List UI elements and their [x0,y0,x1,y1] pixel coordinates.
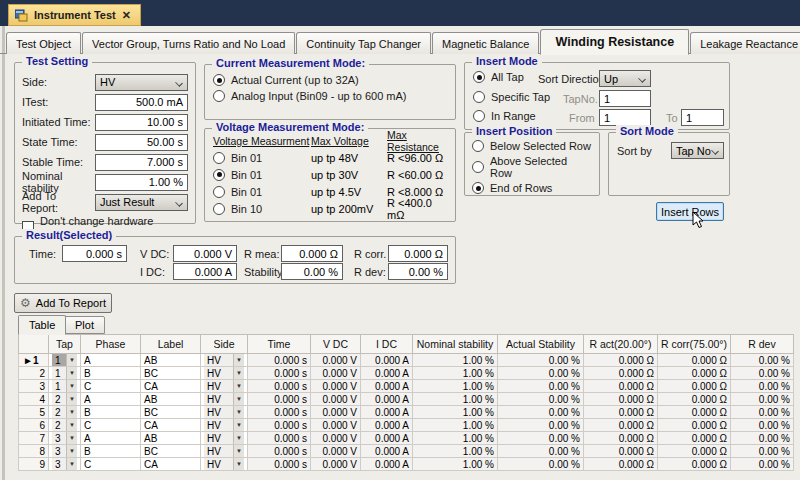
bin-radio[interactable] [213,152,225,164]
grid-cell-ract[interactable]: 0.000 Ω [584,458,658,471]
grid-cell-rdev[interactable]: 0.00 % [731,432,794,445]
grid-cell-phase[interactable]: C [81,458,141,471]
grid-cell-side[interactable]: HV▼ [201,380,248,393]
chevron-down-icon[interactable]: ▼ [66,432,77,444]
grid-cell-label[interactable]: AB [141,393,201,406]
from-field[interactable]: 1 [599,109,651,126]
grid-cell-vdc[interactable]: 0.000 V [311,367,361,380]
grid-cell-tap[interactable]: 2▼ [49,419,81,432]
grid-cell-vdc[interactable]: 0.000 V [311,445,361,458]
tap-value[interactable]: 3 [52,432,66,444]
grid-cell-side[interactable]: HV▼ [201,406,248,419]
grid-cell-actual[interactable]: 0.00 % [498,458,584,471]
grid-cell-actual[interactable]: 0.00 % [498,380,584,393]
grid-cell-label[interactable]: CA [141,380,201,393]
grid-cell-phase[interactable]: B [81,367,141,380]
close-icon[interactable]: ✕ [122,10,131,21]
grid-cell-rdev[interactable]: 0.00 % [731,458,794,471]
side-value[interactable]: HV [204,380,233,392]
grid-col-header[interactable]: I DC [361,335,413,354]
grid-cell-nominal[interactable]: 1.00 % [413,367,498,380]
grid-cell-rdev[interactable]: 0.00 % [731,445,794,458]
grid-cell-vdc[interactable]: 0.000 V [311,419,361,432]
bin-radio[interactable] [213,186,225,198]
side-value[interactable]: HV [204,367,233,379]
grid-cell-actual[interactable]: 0.00 % [498,419,584,432]
tap-value[interactable]: 2 [52,406,66,418]
tab-test-object[interactable]: Test Object [6,32,81,54]
chevron-down-icon[interactable]: ▼ [233,380,244,392]
chevron-down-icon[interactable]: ▼ [66,445,77,457]
side-value[interactable]: HV [204,419,233,431]
grid-cell-ract[interactable]: 0.000 Ω [584,432,658,445]
grid-cell-phase[interactable]: C [81,419,141,432]
grid-cell-nominal[interactable]: 1.00 % [413,406,498,419]
above-selected-radio[interactable] [472,161,484,173]
state-time-field[interactable]: 50.00 s [95,134,188,151]
side-value[interactable]: HV [204,354,233,366]
grid-cell-actual[interactable]: 0.00 % [498,367,584,380]
tab-winding-resistance[interactable]: Winding Resistance [540,29,689,55]
grid-cell-nominal[interactable]: 1.00 % [413,432,498,445]
grid-cell-tap[interactable]: 3▼ [49,432,81,445]
analog-input-radio[interactable] [213,90,225,102]
side-value[interactable]: HV [204,445,233,457]
add-to-report-button[interactable]: ⚙ Add To Report [14,293,112,313]
grid-col-header[interactable]: Nominal stability [413,335,498,354]
tab-plot[interactable]: Plot [64,316,105,334]
bin-radio[interactable] [213,169,225,181]
grid-cell-rdev[interactable]: 0.00 % [731,406,794,419]
chevron-down-icon[interactable]: ▼ [233,406,244,418]
grid-cell-label[interactable]: BC [141,367,201,380]
grid-col-header[interactable]: R corr(75.00°) [658,335,731,354]
grid-cell-tap[interactable]: 3▼ [49,445,81,458]
grid-cell-actual[interactable]: 0.00 % [498,393,584,406]
grid-cell-idc[interactable]: 0.000 A [361,445,413,458]
grid-col-header[interactable] [19,335,49,354]
grid-cell-side[interactable]: HV▼ [201,354,248,367]
grid-cell-nominal[interactable]: 1.00 % [413,419,498,432]
grid-cell-rcorr[interactable]: 0.000 Ω [658,367,731,380]
end-of-rows-radio[interactable] [472,182,484,194]
grid-cell-label[interactable]: CA [141,458,201,471]
grid-col-header[interactable]: Side [201,335,248,354]
chevron-down-icon[interactable]: ▼ [233,458,244,470]
grid-cell-rcorr[interactable]: 0.000 Ω [658,406,731,419]
grid-cell-vdc[interactable]: 0.000 V [311,406,361,419]
grid-cell-idc[interactable]: 0.000 A [361,380,413,393]
grid-cell-vdc[interactable]: 0.000 V [311,458,361,471]
grid-cell-rcorr[interactable]: 0.000 Ω [658,458,731,471]
grid-row-header[interactable]: 6 [19,419,49,432]
grid-cell-ract[interactable]: 0.000 Ω [584,380,658,393]
grid-cell-label[interactable]: AB [141,354,201,367]
grid-cell-time[interactable]: 0.000 s [248,380,311,393]
grid-cell-ract[interactable]: 0.000 Ω [584,406,658,419]
grid-cell-time[interactable]: 0.000 s [248,354,311,367]
stable-time-field[interactable]: 7.000 s [95,154,188,171]
initiated-time-field[interactable]: 10.00 s [95,114,188,131]
grid-cell-nominal[interactable]: 1.00 % [413,354,498,367]
grid-cell-time[interactable]: 0.000 s [248,393,311,406]
grid-col-header[interactable]: Phase [81,335,141,354]
tap-value[interactable]: 1 [52,380,66,392]
in-range-radio[interactable] [473,110,485,122]
tap-value[interactable]: 1 [52,354,66,366]
add-to-report-select[interactable]: Just Result [95,194,188,211]
grid-col-header[interactable]: R act(20.00°) [584,335,658,354]
bin-radio[interactable] [213,203,225,215]
grid-cell-idc[interactable]: 0.000 A [361,406,413,419]
grid-cell-time[interactable]: 0.000 s [248,367,311,380]
grid-cell-rdev[interactable]: 0.00 % [731,419,794,432]
side-value[interactable]: HV [204,458,233,470]
grid-cell-idc[interactable]: 0.000 A [361,354,413,367]
grid-row-header[interactable]: 4 [19,393,49,406]
grid-row-header[interactable]: 8 [19,445,49,458]
tap-value[interactable]: 1 [52,367,66,379]
grid-cell-actual[interactable]: 0.00 % [498,432,584,445]
grid-cell-time[interactable]: 0.000 s [248,406,311,419]
chevron-down-icon[interactable]: ▼ [233,432,244,444]
grid-cell-rdev[interactable]: 0.00 % [731,393,794,406]
grid-cell-tap[interactable]: 2▼ [49,393,81,406]
sort-direction-select[interactable]: Up [599,70,651,87]
grid-cell-phase[interactable]: B [81,406,141,419]
